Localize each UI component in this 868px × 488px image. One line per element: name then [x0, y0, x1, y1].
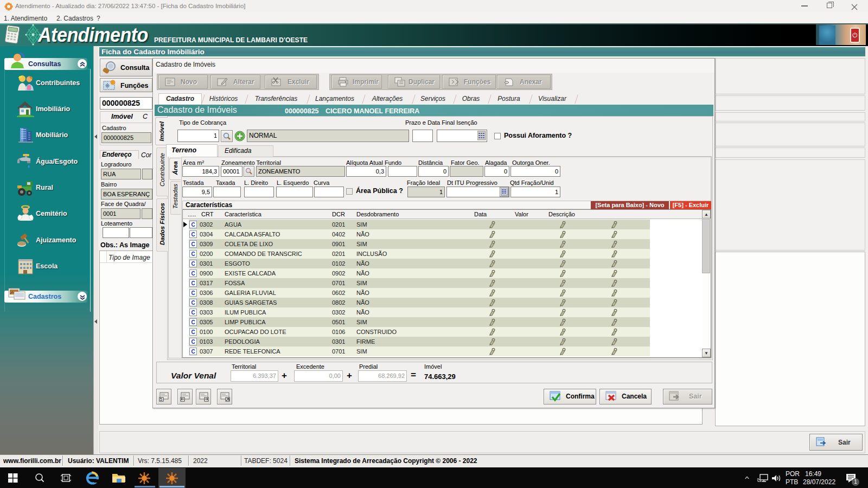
svg-text:5: 5	[160, 397, 162, 401]
